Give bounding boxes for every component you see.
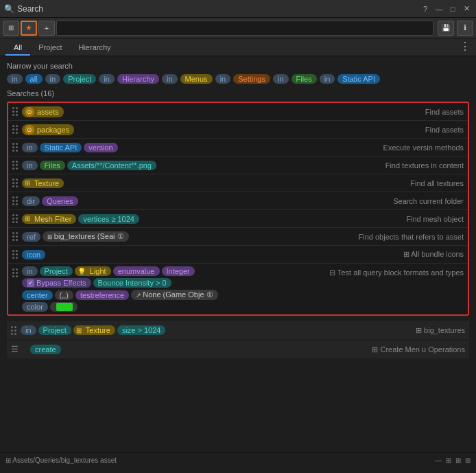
tag-in[interactable]: in bbox=[21, 325, 36, 335]
tag-project[interactable]: Project bbox=[38, 325, 71, 335]
tag-in[interactable]: in bbox=[22, 266, 38, 276]
tag-meshfilter[interactable]: ⊞Mesh Filter bbox=[22, 214, 76, 224]
row-label: Find assets bbox=[418, 108, 464, 116]
minimize-icon[interactable]: — bbox=[433, 3, 444, 14]
row-label: Find mesh object bbox=[399, 215, 464, 223]
drag-handle[interactable] bbox=[12, 232, 18, 241]
drag-handle[interactable] bbox=[11, 326, 16, 335]
narrow-tag-project[interactable]: Project bbox=[63, 74, 96, 84]
tag-assets[interactable]: ⊙ assets bbox=[22, 106, 64, 117]
row-label: Search current folder bbox=[386, 197, 464, 205]
narrow-tag-static-api[interactable]: Static API bbox=[337, 74, 380, 84]
tag-texture[interactable]: ⊞Texture bbox=[22, 178, 64, 188]
narrow-section: Narrow your search in all in Project in … bbox=[7, 62, 469, 84]
tag-create[interactable]: create bbox=[30, 345, 61, 354]
tag-in[interactable]: in bbox=[22, 161, 38, 170]
info-button[interactable]: ℹ bbox=[457, 21, 473, 36]
tag-texture[interactable]: ⊞Texture bbox=[73, 325, 115, 335]
tag-dir[interactable]: dir bbox=[22, 196, 40, 206]
narrow-label: Narrow your search bbox=[7, 62, 469, 70]
drag-handle[interactable] bbox=[12, 250, 18, 259]
search-row: ⊞Mesh Filter vertices ≥ 1024 Find mesh o… bbox=[8, 210, 468, 228]
tag-version[interactable]: version bbox=[84, 143, 117, 152]
search-row: dir Queries Search current folder bbox=[8, 192, 468, 210]
view-icon-1[interactable]: ⊞ bbox=[446, 457, 451, 464]
row-label: Find all textures bbox=[403, 179, 464, 187]
tag-none-gameobj[interactable]: ↗None (Game Obje ① bbox=[131, 290, 217, 300]
tabs-bar: All Project Hierarchy ⋮ bbox=[0, 38, 476, 56]
row-label: ⊟ Test all query block formats and types bbox=[322, 268, 464, 277]
tag-project[interactable]: Project bbox=[40, 266, 73, 276]
add-button[interactable]: + bbox=[38, 21, 55, 36]
drag-handle[interactable] bbox=[12, 214, 18, 223]
list-icon: ☰ bbox=[11, 345, 26, 354]
tag-commas[interactable]: (,,) bbox=[55, 290, 73, 300]
help-icon[interactable]: ? bbox=[420, 3, 431, 14]
tag-vertices[interactable]: vertices ≥ 1024 bbox=[78, 214, 139, 224]
search-row: in Project 💡Light enumvalue Integer ✓ By… bbox=[8, 264, 468, 314]
tag-files[interactable]: Files bbox=[40, 161, 65, 170]
narrow-tag-hierarchy[interactable]: Hierarchy bbox=[117, 74, 159, 84]
view-icon-2[interactable]: ⊞ bbox=[455, 457, 461, 464]
grid-view-button[interactable]: ⊞ bbox=[3, 21, 19, 36]
tag-queries[interactable]: Queries bbox=[42, 196, 78, 206]
row-label: ⊞ big_textures bbox=[409, 326, 465, 335]
tag-center[interactable]: center bbox=[22, 290, 53, 300]
view-icon-3[interactable]: ⊞ bbox=[465, 457, 471, 464]
narrow-tag-in7[interactable]: in bbox=[320, 74, 335, 84]
narrow-tag-in5[interactable]: in bbox=[215, 74, 231, 84]
narrow-tag-settings[interactable]: Settings bbox=[233, 74, 270, 84]
narrow-tag-in3[interactable]: in bbox=[99, 74, 115, 84]
tag-size[interactable]: size > 1024 bbox=[117, 325, 166, 335]
tab-project[interactable]: Project bbox=[30, 41, 70, 56]
drag-handle[interactable] bbox=[12, 107, 18, 116]
search-row: icon ⊞ All bundle icons bbox=[8, 246, 468, 264]
tag-big-textures[interactable]: ⊞big_textures (Seai ① bbox=[43, 231, 129, 242]
bookmark-button[interactable]: ★ bbox=[21, 21, 37, 36]
drag-handle[interactable] bbox=[12, 161, 18, 170]
tab-menu-button[interactable]: ⋮ bbox=[460, 40, 471, 56]
tab-hierarchy[interactable]: Hierarchy bbox=[70, 41, 119, 56]
drag-handle[interactable] bbox=[12, 125, 18, 134]
tag-ref[interactable]: ref bbox=[22, 232, 40, 242]
search-input[interactable] bbox=[56, 21, 433, 36]
tag-color-swatch[interactable] bbox=[50, 302, 78, 312]
search-row: ⊙ packages Find assets bbox=[8, 121, 468, 139]
complex-row-line4: color bbox=[22, 302, 322, 312]
tag-bypass-effects[interactable]: ✓ Bypass Effects bbox=[22, 278, 91, 288]
tag-path[interactable]: Assets/**/Content**.png bbox=[67, 161, 156, 170]
tag-in[interactable]: in bbox=[22, 143, 38, 152]
tag-color[interactable]: color bbox=[22, 302, 48, 312]
tag-bounce-intensity[interactable]: Bounce Intensity > 0 bbox=[93, 278, 171, 288]
drag-handle[interactable] bbox=[12, 196, 18, 205]
maximize-icon[interactable]: □ bbox=[447, 3, 458, 14]
narrow-tag-in6[interactable]: in bbox=[273, 74, 289, 84]
status-bar-right: — ⊞ ⊞ ⊞ bbox=[435, 457, 471, 464]
tag-enumvalue[interactable]: enumvalue bbox=[113, 266, 160, 276]
tag-integer[interactable]: Integer bbox=[162, 266, 195, 276]
drag-handle[interactable] bbox=[12, 178, 18, 187]
narrow-tag-all[interactable]: all bbox=[25, 74, 43, 84]
search-list: ⊙ assets Find assets ⊙ packages Find ass… bbox=[7, 102, 469, 316]
close-icon[interactable]: ✕ bbox=[461, 3, 472, 14]
narrow-tag-in4[interactable]: in bbox=[162, 74, 178, 84]
narrow-tag-files[interactable]: Files bbox=[291, 74, 317, 84]
tag-icon[interactable]: icon bbox=[22, 250, 45, 259]
row-tags: in Files Assets/**/Content**.png bbox=[22, 161, 379, 170]
narrow-tag-in1[interactable]: in bbox=[7, 74, 23, 84]
narrow-tag-menus[interactable]: Menus bbox=[180, 74, 213, 84]
drag-handle[interactable] bbox=[12, 268, 18, 277]
tab-all[interactable]: All bbox=[5, 41, 30, 56]
tag-light[interactable]: 💡Light bbox=[75, 266, 111, 276]
save-button[interactable]: 💾 bbox=[438, 21, 454, 36]
tag-testreference[interactable]: testreference bbox=[75, 290, 129, 300]
row-label: Execute versin methods bbox=[377, 143, 464, 152]
narrow-tag-in2[interactable]: in bbox=[45, 74, 61, 84]
tag-packages[interactable]: ⊙ packages bbox=[22, 124, 74, 135]
tag-static-api[interactable]: Static API bbox=[40, 143, 82, 152]
zoom-icon: — bbox=[435, 457, 442, 464]
search-icon: 🔍 bbox=[4, 4, 14, 14]
searches-label: Searches (16) bbox=[7, 89, 469, 97]
row-label: ⊞ All bundle icons bbox=[396, 250, 464, 259]
drag-handle[interactable] bbox=[12, 143, 18, 152]
